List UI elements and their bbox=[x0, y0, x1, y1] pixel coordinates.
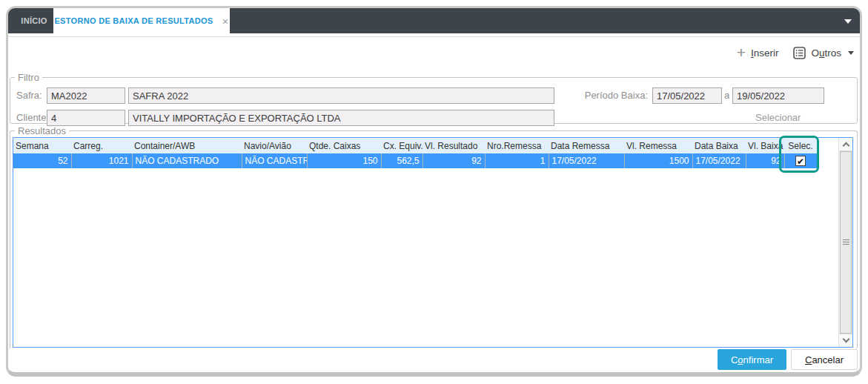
cell-vl-remessa: 1500 bbox=[624, 153, 692, 168]
col-semana[interactable]: Semana bbox=[13, 138, 71, 153]
safra-code-input[interactable] bbox=[47, 87, 125, 104]
col-vl-resultado[interactable]: Vl. Resultado bbox=[423, 138, 485, 153]
cell-carreg: 1021 bbox=[71, 153, 132, 168]
col-cx-equiv[interactable]: Cx. Equiv. bbox=[381, 138, 423, 153]
col-nro-remessa[interactable]: Nro.Remessa bbox=[485, 138, 549, 153]
col-data-baixa[interactable]: Data Baixa bbox=[692, 138, 746, 153]
col-qtde-caixas[interactable]: Qtde. Caixas bbox=[307, 138, 381, 153]
cell-cx-equiv: 562,5 bbox=[381, 153, 423, 168]
tab-inicio[interactable]: INÍCIO bbox=[15, 8, 53, 33]
outros-button[interactable]: Outros bbox=[793, 47, 854, 59]
filtro-group: Filtro Safra: Período Baixa: a Cliente: … bbox=[10, 72, 858, 124]
cell-vl-resultado: 92 bbox=[423, 153, 485, 168]
cell-vl-baixa: 92 bbox=[746, 153, 784, 168]
outros-label: Outros bbox=[811, 47, 841, 59]
tabbar-caret-icon[interactable] bbox=[844, 19, 852, 24]
scrollbar-grip-icon bbox=[843, 239, 849, 245]
col-data-remessa[interactable]: Data Remessa bbox=[549, 138, 624, 153]
cancelar-label: Cancelar bbox=[805, 354, 844, 365]
col-vl-baixa[interactable]: Vl. Baixa bbox=[746, 138, 784, 153]
col-vl-remessa[interactable]: Vl. Remessa bbox=[624, 138, 692, 153]
scroll-down-button[interactable] bbox=[839, 334, 852, 347]
confirmar-label: Confirmar bbox=[731, 354, 773, 365]
col-selec[interactable]: Selec. bbox=[784, 138, 817, 153]
table-row[interactable]: 52 1021 NÃO CADASTRADO NÃO CADASTRADO 15… bbox=[13, 153, 817, 168]
inserir-button[interactable]: + Inserir bbox=[737, 47, 779, 59]
cell-navio-aviao: NÃO CADASTRADO bbox=[242, 153, 307, 168]
periodo-from-input[interactable] bbox=[652, 87, 722, 104]
safra-label: Safra: bbox=[16, 87, 42, 104]
results-table: Semana Carreg. Container/AWB Navio/Avião… bbox=[13, 138, 818, 168]
col-container-awb[interactable]: Container/AWB bbox=[132, 138, 242, 153]
filtro-legend: Filtro bbox=[15, 72, 42, 83]
resultados-legend: Resultados bbox=[15, 125, 69, 136]
tab-estorno-label: ESTORNO DE BAIXA DE RESULTADOS bbox=[54, 16, 213, 25]
plus-icon: + bbox=[737, 46, 746, 59]
periodo-sep-label: a bbox=[724, 87, 729, 104]
cliente-label: Cliente: bbox=[16, 110, 49, 126]
cancelar-button[interactable]: Cancelar bbox=[791, 349, 858, 370]
results-grid: Semana Carreg. Container/AWB Navio/Avião… bbox=[13, 137, 853, 348]
confirmar-button[interactable]: Confirmar bbox=[718, 349, 786, 370]
cell-selec: ✔ bbox=[784, 153, 817, 168]
safra-name-input[interactable] bbox=[128, 87, 554, 104]
cell-nro-remessa: 1 bbox=[485, 153, 549, 168]
caret-down-icon bbox=[848, 51, 854, 55]
vertical-scrollbar bbox=[838, 138, 852, 347]
col-carreg[interactable]: Carreg. bbox=[71, 138, 132, 153]
cliente-name-input[interactable] bbox=[128, 110, 554, 126]
cliente-code-input[interactable] bbox=[47, 110, 125, 126]
periodo-to-input[interactable] bbox=[732, 87, 824, 104]
cell-data-remessa: 17/05/2022 bbox=[549, 153, 624, 168]
selecionar-button[interactable]: Selecionar bbox=[755, 110, 801, 126]
header-row: Semana Carreg. Container/AWB Navio/Avião… bbox=[13, 138, 817, 153]
tab-close-icon[interactable]: × bbox=[222, 16, 228, 27]
tab-inicio-label: INÍCIO bbox=[21, 16, 47, 25]
toolbar: + Inserir Outros bbox=[737, 47, 854, 59]
app-window: INÍCIO ESTORNO DE BAIXA DE RESULTADOS × … bbox=[6, 6, 862, 377]
checkmark-icon: ✔ bbox=[797, 156, 804, 167]
scroll-up-button[interactable] bbox=[839, 138, 852, 151]
tabbar-divider bbox=[8, 36, 860, 37]
periodo-baixa-label: Período Baixa: bbox=[563, 87, 648, 104]
tab-estorno-active[interactable]: ESTORNO DE BAIXA DE RESULTADOS × bbox=[53, 8, 230, 33]
cell-semana: 52 bbox=[13, 153, 71, 168]
row-checkbox[interactable]: ✔ bbox=[795, 156, 806, 166]
scrollbar-thumb[interactable] bbox=[840, 151, 852, 334]
cell-qtde-caixas: 150 bbox=[307, 153, 381, 168]
col-navio-aviao[interactable]: Navio/Avião bbox=[242, 138, 307, 153]
list-icon bbox=[793, 47, 806, 59]
cell-data-baixa: 17/05/2022 bbox=[692, 153, 746, 168]
chevron-up-icon bbox=[842, 142, 849, 150]
tab-bar: INÍCIO ESTORNO DE BAIXA DE RESULTADOS × bbox=[8, 8, 860, 33]
cell-container-awb: NÃO CADASTRADO bbox=[132, 153, 242, 168]
chevron-down-icon bbox=[842, 336, 849, 343]
inserir-label: Inserir bbox=[751, 47, 779, 59]
